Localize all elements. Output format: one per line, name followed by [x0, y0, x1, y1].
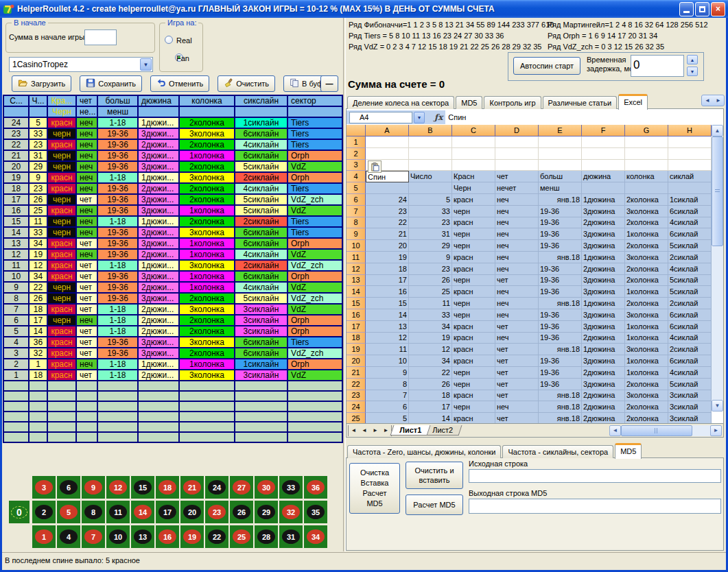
- excel-cell-B7[interactable]: 33: [409, 206, 452, 217]
- excel-cell-E21[interactable]: 19-36: [539, 367, 582, 379]
- excel-cell-C8[interactable]: красн: [452, 217, 495, 229]
- excel-cell-F5[interactable]: [582, 182, 625, 194]
- excel-row-header[interactable]: 25: [347, 413, 366, 423]
- excel-cell-H2[interactable]: [668, 148, 712, 160]
- roulette-number-3[interactable]: 3: [32, 476, 56, 499]
- excel-cell-B16[interactable]: 33: [409, 309, 452, 321]
- tab-scroll-right-icon[interactable]: ►: [713, 95, 724, 106]
- roulette-number-19[interactable]: 19: [180, 525, 204, 548]
- excel-cell-C22[interactable]: черн: [452, 379, 495, 390]
- excel-cell-F6[interactable]: 1дюжина: [582, 194, 625, 206]
- excel-cell-C15[interactable]: черн: [452, 298, 495, 309]
- excel-cell-C2[interactable]: [452, 148, 495, 160]
- excel-cell-E20[interactable]: 19-36: [539, 355, 582, 367]
- tab-2[interactable]: Контроль игр: [484, 96, 541, 109]
- excel-cell-B14[interactable]: 25: [409, 286, 452, 298]
- autospin-start-button[interactable]: Автоспин старт: [513, 57, 580, 75]
- casino-select[interactable]: 1CasinoTropez ▼: [9, 57, 153, 72]
- bottom-tab-2[interactable]: MD5: [615, 443, 642, 459]
- excel-cell-F3[interactable]: [582, 160, 625, 171]
- excel-cell-E25[interactable]: янв.18: [539, 413, 582, 423]
- excel-cell-H12[interactable]: 4сиклай: [668, 263, 712, 275]
- paste-options-button[interactable]: [368, 160, 381, 173]
- excel-cell-G5[interactable]: [625, 182, 668, 194]
- excel-row-header[interactable]: 7: [347, 206, 366, 217]
- excel-cell-B9[interactable]: 31: [409, 228, 452, 240]
- roulette-number-22[interactable]: 22: [205, 525, 228, 548]
- roulette-number-18[interactable]: 18: [156, 476, 179, 499]
- excel-cell-F10[interactable]: 3дюжина: [582, 240, 625, 252]
- excel-cell-D14[interactable]: неч: [495, 286, 539, 298]
- excel-cell-H18[interactable]: 4сиклай: [668, 333, 712, 344]
- excel-cell-C3[interactable]: [452, 160, 495, 171]
- toolbar-button-3[interactable]: Очистить: [218, 75, 275, 92]
- excel-cell-H14[interactable]: 5сиклай: [668, 286, 712, 298]
- excel-cell-D16[interactable]: неч: [495, 309, 539, 321]
- excel-cell-C9[interactable]: черн: [452, 228, 495, 240]
- excel-row-header[interactable]: 16: [347, 309, 366, 321]
- excel-cell-F11[interactable]: 1дюжина: [582, 252, 625, 263]
- excel-row-header[interactable]: 5: [347, 182, 366, 194]
- excel-cell-F24[interactable]: 2дюжина: [582, 401, 625, 413]
- toolbar-button-2[interactable]: Отменить: [150, 75, 209, 92]
- roulette-number-34[interactable]: 34: [304, 525, 327, 548]
- roulette-number-32[interactable]: 32: [279, 501, 303, 523]
- excel-cell-F1[interactable]: [582, 136, 625, 148]
- excel-row-header[interactable]: 1: [347, 136, 366, 148]
- excel-cell-C4[interactable]: Красн: [452, 171, 495, 182]
- excel-cell-G2[interactable]: [625, 148, 668, 160]
- excel-cell-C12[interactable]: красн: [452, 263, 495, 275]
- excel-cell-G18[interactable]: 1колонка: [625, 333, 668, 344]
- excel-cell-H20[interactable]: 6сиклай: [668, 355, 712, 367]
- roulette-number-36[interactable]: 36: [304, 476, 327, 499]
- excel-grid[interactable]: ABCDEFGH 1234СпинЧислоКраснчетбольшдюжин…: [347, 125, 712, 423]
- excel-cell-E5[interactable]: менш: [539, 182, 582, 194]
- excel-cell-A5[interactable]: [366, 182, 409, 194]
- excel-cell-F23[interactable]: 2дюжина: [582, 390, 625, 402]
- excel-cell-A17[interactable]: 13: [366, 321, 409, 333]
- excel-col-header-B[interactable]: B: [409, 125, 452, 136]
- excel-cell-F19[interactable]: 1дюжина: [582, 344, 625, 355]
- excel-cell-H19[interactable]: 2сиклай: [668, 344, 712, 355]
- roulette-number-17[interactable]: 17: [156, 501, 179, 523]
- chevron-down-icon[interactable]: ▼: [140, 58, 152, 71]
- bottom-tab-1[interactable]: Частота - сиклайны, сектора: [502, 445, 613, 458]
- excel-cell-B23[interactable]: 18: [409, 390, 452, 402]
- sheet-prev-icon[interactable]: ◄: [359, 425, 370, 436]
- excel-cell-A25[interactable]: 5: [366, 413, 409, 423]
- excel-cell-C25[interactable]: красн: [452, 413, 495, 423]
- excel-cell-B20[interactable]: 34: [409, 355, 452, 367]
- excel-row-header[interactable]: 11: [347, 252, 366, 263]
- excel-cell-A22[interactable]: 8: [366, 379, 409, 390]
- maximize-button[interactable]: [695, 2, 709, 16]
- excel-cell-G16[interactable]: 3колонка: [625, 309, 668, 321]
- roulette-number-11[interactable]: 11: [106, 501, 130, 523]
- excel-cell-H8[interactable]: 4сиклай: [668, 217, 712, 229]
- excel-row-header[interactable]: 24: [347, 401, 366, 413]
- excel-cell-G7[interactable]: 3колонка: [625, 206, 668, 217]
- excel-cell-C16[interactable]: черн: [452, 309, 495, 321]
- excel-cell-C7[interactable]: черн: [452, 206, 495, 217]
- vscroll-track[interactable]: [712, 246, 723, 400]
- excel-cell-E17[interactable]: 19-36: [539, 321, 582, 333]
- excel-cell-H15[interactable]: 2сиклай: [668, 298, 712, 309]
- excel-cell-B24[interactable]: 17: [409, 401, 452, 413]
- delay-input[interactable]: 0: [631, 55, 684, 77]
- excel-cell-D7[interactable]: неч: [495, 206, 539, 217]
- excel-cell-D8[interactable]: неч: [495, 217, 539, 229]
- roulette-number-24[interactable]: 24: [205, 476, 228, 499]
- excel-cell-E9[interactable]: 19-36: [539, 228, 582, 240]
- excel-cell-D17[interactable]: чет: [495, 321, 539, 333]
- roulette-number-12[interactable]: 12: [106, 476, 130, 499]
- excel-cell-H24[interactable]: 3сиклай: [668, 401, 712, 413]
- excel-cell-G25[interactable]: 2колонка: [625, 413, 668, 423]
- excel-col-header-A[interactable]: A: [366, 125, 409, 136]
- md5-calc-button[interactable]: Расчет MD5: [406, 494, 463, 515]
- excel-cell-B4[interactable]: Число: [409, 171, 452, 182]
- excel-cell-H25[interactable]: 3сиклай: [668, 413, 712, 423]
- tab-0[interactable]: Деление колеса на сектора: [347, 96, 454, 109]
- excel-corner[interactable]: [347, 125, 366, 136]
- excel-row-header[interactable]: 6: [347, 194, 366, 206]
- excel-cell-E18[interactable]: 19-36: [539, 333, 582, 344]
- excel-row-header[interactable]: 19: [347, 344, 366, 355]
